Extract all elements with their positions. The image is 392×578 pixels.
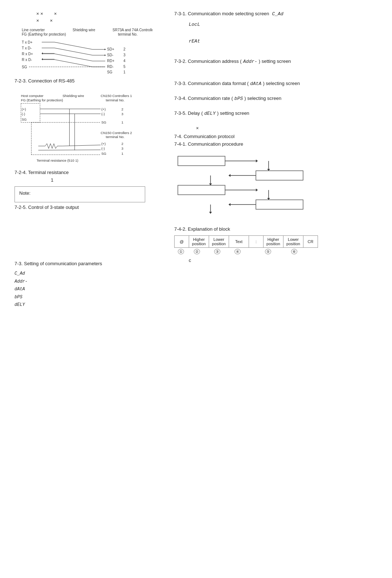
comm-data-mono: dAtA <box>250 81 261 86</box>
comm-address-end: ) setting screen <box>259 58 291 64</box>
terminal-section-title: 7-2-4. Terminal resistance <box>15 170 163 175</box>
comm-data-title: 7-3-3. Communication data format ( <box>174 81 249 86</box>
svg-text:3: 3 <box>122 112 123 116</box>
svg-text:(-): (-) <box>22 112 25 116</box>
svg-rect-88 <box>256 200 303 209</box>
svg-text:2: 2 <box>122 142 123 146</box>
circle-5: ⑤ <box>248 248 288 254</box>
comm-mode-mono: C_Ad <box>272 11 283 17</box>
svg-marker-34 <box>105 54 106 56</box>
svg-line-13 <box>54 48 93 55</box>
rs485-diagram: Line converter FG (Earthing for protecti… <box>15 26 152 77</box>
svg-marker-92 <box>209 212 212 214</box>
svg-text:terminal No.: terminal No. <box>118 32 138 36</box>
comm-delay-end: ) setting screen <box>217 110 249 116</box>
block-col-higher1: Higherposition <box>189 236 209 248</box>
svg-text:(+): (+) <box>101 142 106 146</box>
svg-marker-38 <box>42 58 43 60</box>
note-box: Note: <box>15 186 145 202</box>
svg-text:Line converter: Line converter <box>22 28 45 32</box>
svg-line-19 <box>54 54 93 61</box>
comm-delay-section: 7-3-5. Delay ( dELY ) setting screen <box>174 110 377 118</box>
svg-marker-90 <box>229 203 230 206</box>
svg-text:1: 1 <box>123 70 126 74</box>
svg-text:(+): (+) <box>101 107 106 111</box>
right-column: 7-3-1. Communication mode selecting scre… <box>171 11 377 309</box>
comm-data-header: 7-3-3. Communication data format ( dAtA … <box>174 81 377 88</box>
svg-text:CN150 Controllers 1: CN150 Controllers 1 <box>101 94 132 98</box>
svg-text:1: 1 <box>122 120 123 124</box>
svg-text:R x D-: R x D- <box>22 58 32 62</box>
locl-label: LocL <box>189 21 377 27</box>
rs485-section-title: 7-2-3. Connection of RS-485 <box>15 78 163 84</box>
circle-2: ② <box>187 248 207 254</box>
svg-text:(-): (-) <box>101 112 105 116</box>
block-col-higher2: Higherposition <box>264 236 283 248</box>
block-col-cr: CR <box>303 236 318 248</box>
svg-text:Shielding wire: Shielding wire <box>73 28 95 32</box>
protocol-flow-diagram <box>174 153 312 218</box>
svg-text:Host computer: Host computer <box>21 94 44 98</box>
block-col-lower2: Lowerposition <box>283 236 303 248</box>
terminal-section: Host computer FG (Earthing for protectio… <box>15 92 163 210</box>
content-area: × ×× ×× Line converter FG (Earthing for … <box>15 11 377 309</box>
circle-4: ④ <box>227 248 248 254</box>
comm-address-title: 7-3-2. Communication address ( <box>174 58 242 64</box>
svg-text:FG (Earthing for protection): FG (Earthing for protection) <box>22 32 66 36</box>
svg-line-66 <box>62 145 101 146</box>
terminal-diagram: Host computer FG (Earthing for protectio… <box>15 92 145 169</box>
svg-text:SG: SG <box>22 117 27 121</box>
svg-line-7 <box>54 42 93 49</box>
state-output-title: 7-2-5. Control of 3-state output <box>15 205 163 210</box>
svg-text:2: 2 <box>123 47 126 51</box>
left-column: × ×× ×× Line converter FG (Earthing for … <box>15 11 171 309</box>
svg-marker-80 <box>229 174 230 177</box>
svg-text:5: 5 <box>123 65 126 69</box>
comm-params-section: 7-3. Setting of communication parameters… <box>15 261 163 309</box>
comm-mode-section: 7-3-1. Communication mode selecting scre… <box>174 11 377 44</box>
block-header-row: @ Higherposition Lowerposition Text : Hi… <box>175 236 318 248</box>
circle-3: ③ <box>207 248 227 254</box>
svg-marker-33 <box>105 49 106 50</box>
comm-mode-title: 7-3-1. Communication mode selecting scre… <box>174 11 269 16</box>
svg-rect-73 <box>178 156 225 166</box>
svg-text:R x D+: R x D+ <box>22 52 33 56</box>
svg-text:T x D-: T x D- <box>22 46 32 50</box>
comm-delay-mono: dELY <box>204 111 216 116</box>
reat-label: rEAt <box>189 38 377 44</box>
block-footnote: c <box>189 258 377 263</box>
rs485-section: × ×× ×× Line converter FG (Earthing for … <box>15 11 163 84</box>
svg-line-67 <box>38 150 101 150</box>
block-col-colon: : <box>249 236 264 248</box>
block-col-text: Text <box>229 236 249 248</box>
param-addr: Addr- <box>15 278 163 286</box>
param-data: dAtA <box>15 286 163 294</box>
comm-address-header: 7-3-2. Communication address ( Addr- ) s… <box>174 58 377 66</box>
protocol-section: 7-4. Communication protocol 7-4-1. Commu… <box>174 134 377 219</box>
svg-text:terminal No.: terminal No. <box>106 98 124 102</box>
note-1: 1 <box>51 177 163 183</box>
comm-params-title: 7-3. Setting of communication parameters <box>15 261 163 266</box>
svg-text:SG: SG <box>107 70 113 74</box>
svg-text:4: 4 <box>123 59 126 63</box>
protocol-title: 7-4. Communication protocol <box>174 134 377 139</box>
param-list: C_Ad Addr- dAtA bPS dELY <box>15 270 163 309</box>
svg-text:terminal No.: terminal No. <box>106 135 124 139</box>
svg-text:RD-: RD- <box>107 65 114 69</box>
svg-text:3: 3 <box>123 53 126 57</box>
svg-text:CN150 Controllers 2: CN150 Controllers 2 <box>101 131 132 135</box>
svg-text:1: 1 <box>122 151 123 155</box>
svg-marker-85 <box>256 189 258 191</box>
x-marks-bottom: ×× <box>36 18 163 23</box>
param-bps: bPS <box>15 294 163 302</box>
svg-text:SD+: SD+ <box>107 47 114 51</box>
comm-data-end: ) selecting screen <box>263 81 300 86</box>
svg-rect-83 <box>178 185 225 195</box>
svg-marker-36 <box>42 52 43 54</box>
svg-text:Terminal resistance (510 1): Terminal resistance (510 1) <box>37 158 78 162</box>
comm-address-section: 7-3-2. Communication address ( Addr- ) s… <box>174 58 377 66</box>
param-c-ad: C_Ad <box>15 270 163 278</box>
comm-address-mono: Addr- <box>243 59 257 64</box>
comm-rate-end: ) selecting screen <box>244 96 281 101</box>
svg-text:(+): (+) <box>22 107 26 111</box>
